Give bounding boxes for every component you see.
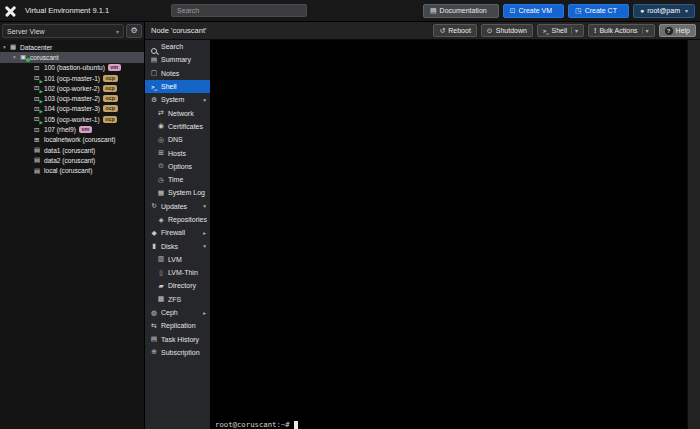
menu-item-notes[interactable]: ▢ Notes — [145, 67, 210, 80]
syslog-icon: ▦ — [157, 189, 165, 197]
terminal-line — [215, 381, 687, 389]
toolbar-button-bulk-actions[interactable]: ! Bulk Actions ▾ — [588, 24, 655, 37]
tree-settings-button[interactable]: ⚙ — [126, 24, 142, 38]
menu-item-label: Hosts — [168, 150, 186, 157]
terminal-line — [215, 179, 687, 187]
tree-item-label: 103 (ocp-master-2) — [44, 95, 100, 102]
terminal-line — [215, 243, 687, 251]
tree-item-101-ocp-master-1[interactable]: ⊡ ▶ 101 (ocp-master-1) ocp — [0, 73, 144, 83]
terminal-scrollbar[interactable] — [687, 40, 700, 429]
subscription-icon: ⊕ — [150, 348, 158, 356]
menu-item-lvm[interactable]: ▥ LVM — [145, 253, 210, 266]
tree-item-label: 105 (ocp-worker-1) — [44, 116, 100, 123]
lvmthin-icon: ▯ — [157, 269, 165, 277]
expand-caret[interactable]: ▾ — [13, 54, 20, 60]
toolbar-button-reboot[interactable]: ↺ Reboot — [433, 24, 476, 37]
terminal-line — [215, 65, 687, 73]
menu-item-system[interactable]: ⚙ System ▾ — [145, 93, 210, 106]
menu-item-updates[interactable]: ↻ Updates ▾ — [145, 200, 210, 213]
tree-item-data1-coruscant[interactable]: ▤ data1 (coruscant) — [0, 145, 144, 155]
tree-item-local-coruscant[interactable]: ▤ local (coruscant) — [0, 166, 144, 176]
terminal-line — [215, 284, 687, 292]
tree-item-103-ocp-master-2[interactable]: ⊡ ▶ 103 (ocp-master-2) ocp — [0, 93, 144, 103]
menu-item-network[interactable]: ⇄ Network — [145, 106, 210, 119]
hosts-icon: ⊞ — [157, 149, 165, 157]
tree-item-label: 101 (ocp-master-1) — [44, 75, 100, 82]
tree-item-localnetwork-coruscant[interactable]: ⊞ localnetwork (coruscant) — [0, 135, 144, 145]
menu-item-zfs[interactable]: ▩ ZFS — [145, 293, 210, 306]
tree-item-coruscant[interactable]: ▾ ▣ coruscant — [0, 52, 144, 62]
view-selector[interactable]: Server View ▾ — [2, 24, 124, 38]
menu-item-repositories[interactable]: ◈ Repositories — [145, 213, 210, 226]
menu-item-options[interactable]: ⊙ Options — [145, 160, 210, 173]
terminal-line — [215, 73, 687, 81]
menu-item-label: DNS — [168, 136, 183, 143]
menu-item-system-log[interactable]: ▦ System Log — [145, 186, 210, 199]
tag-badge: ocp — [103, 85, 118, 92]
shell-terminal[interactable]: root@coruscant:~# — [211, 40, 687, 429]
header-button-root-pam[interactable]: ● root@pam ▾ — [633, 4, 695, 18]
menu-item-firewall[interactable]: ◆ Firewall ▸ — [145, 226, 210, 239]
terminal-line — [215, 340, 687, 348]
toolbar-button-help[interactable]: ? Help — [659, 24, 696, 37]
menu-item-directory[interactable]: ▰ Directory — [145, 279, 210, 292]
menu-item-subscription[interactable]: ⊕ Subscription — [145, 346, 210, 359]
button-label: Bulk Actions — [599, 27, 637, 34]
terminal-line — [215, 235, 687, 243]
toolbar-button-shutdown[interactable]: ⊙ Shutdown — [481, 24, 533, 37]
tree-item-label: 102 (ocp-worker-2) — [44, 85, 100, 92]
terminal-line — [215, 162, 687, 170]
expand-caret[interactable]: ▾ — [3, 44, 10, 50]
terminal-prompt-line: root@coruscant:~# — [215, 421, 687, 429]
terminal-line — [215, 98, 687, 106]
menu-item-search[interactable]: Search — [145, 40, 210, 53]
node-title: Node 'coruscant' — [149, 26, 206, 35]
running-indicator-icon: ▶ — [40, 99, 43, 104]
tree-item-102-ocp-worker-2[interactable]: ⊡ ▶ 102 (ocp-worker-2) ocp — [0, 83, 144, 93]
menu-item-label: Options — [168, 163, 192, 170]
menu-item-shell[interactable]: >_ Shell — [145, 80, 210, 93]
menu-item-dns[interactable]: ◎ DNS — [145, 133, 210, 146]
terminal-line — [215, 106, 687, 114]
chevron-down-icon[interactable]: ▾ — [571, 27, 578, 34]
toolbar-button-shell[interactable]: >_ Shell ▾ — [537, 24, 584, 37]
search-input[interactable] — [171, 4, 307, 17]
terminal-line — [215, 268, 687, 276]
expand-caret[interactable]: ▸ — [203, 230, 206, 236]
tree-item-data2-coruscant[interactable]: ▤ data2 (coruscant) — [0, 155, 144, 165]
menu-item-disks[interactable]: ▮ Disks ▾ — [145, 239, 210, 252]
tree-item-104-ocp-master-3[interactable]: ⊡ ▶ 104 (ocp-master-3) ocp — [0, 104, 144, 114]
tree-item-label: local (coruscant) — [44, 167, 92, 174]
menu-item-ceph[interactable]: ◍ Ceph ▸ — [145, 306, 210, 319]
storage-icon: ▤ — [34, 146, 40, 153]
tree-item-105-ocp-worker-1[interactable]: ⊡ ▶ 105 (ocp-worker-1) ocp — [0, 114, 144, 124]
menu-item-summary[interactable]: ▤ Summary — [145, 53, 210, 66]
expand-caret[interactable]: ▾ — [203, 243, 206, 249]
menu-item-replication[interactable]: ⇆ Replication — [145, 319, 210, 332]
chevron-down-icon[interactable]: ▾ — [642, 27, 649, 34]
expand-caret[interactable]: ▸ — [203, 310, 206, 316]
tree-item-100-bastion-ubuntu[interactable]: ⊡ 100 (bastion-ubuntu) vm — [0, 63, 144, 73]
terminal-line — [215, 41, 687, 49]
menu-item-label: LVM — [168, 256, 182, 263]
resource-tree: ▾ ▦ Datacenter ▾ ▣ — [0, 40, 144, 429]
menu-item-certificates[interactable]: ◉ Certificates — [145, 120, 210, 133]
menu-item-time[interactable]: ◷ Time — [145, 173, 210, 186]
header-button-documentation[interactable]: ▤ Documentation — [423, 4, 499, 18]
expand-caret[interactable]: ▾ — [203, 97, 206, 103]
tag-badge: ocp — [103, 95, 118, 102]
header-button-create-vm[interactable]: ⊡ Create VM — [503, 4, 564, 18]
menu-item-label: Summary — [161, 56, 191, 63]
header-button-create-ct[interactable]: ◳ Create CT — [568, 4, 629, 18]
tree-item-datacenter[interactable]: ▾ ▦ Datacenter — [0, 42, 144, 52]
menu-item-label: Certificates — [168, 123, 203, 130]
tree-item-107-rhel9[interactable]: ⊡ 107 (rhel9) vm — [0, 124, 144, 134]
menu-item-task-history[interactable]: ▤ Task History — [145, 333, 210, 346]
node-toolbar: Node 'coruscant' ↺ Reboot ⊙ Shutdown >_ — [145, 22, 700, 40]
expand-caret[interactable]: ▾ — [203, 203, 206, 209]
terminal-line — [215, 300, 687, 308]
menu-item-lvm-thin[interactable]: ▯ LVM-Thin — [145, 266, 210, 279]
directory-icon: ▰ — [157, 282, 165, 290]
menu-item-hosts[interactable]: ⊞ Hosts — [145, 146, 210, 159]
reboot-icon: ↺ — [439, 27, 445, 35]
